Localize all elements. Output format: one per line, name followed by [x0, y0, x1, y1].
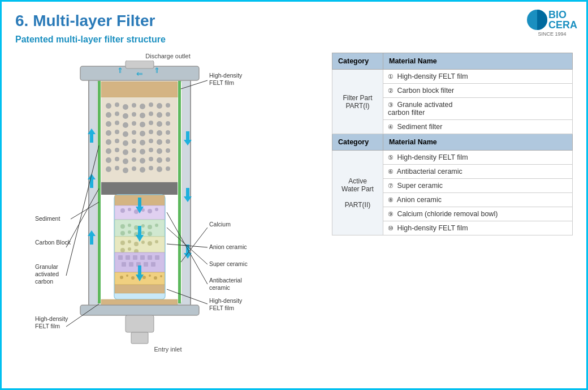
diagram-area: Discharge outlet ⇐ ⇑ ⇑	[15, 53, 321, 353]
svg-point-20	[115, 112, 119, 116]
page-container: BIO CERA SINCE 1994 6. Multi-layer Filte…	[2, 2, 586, 388]
svg-text:Sediment: Sediment	[35, 215, 60, 222]
svg-point-27	[106, 121, 111, 127]
svg-point-64	[149, 157, 153, 161]
svg-point-43	[106, 139, 111, 145]
svg-point-85	[128, 208, 131, 211]
logo-graphic: BIO CERA	[527, 10, 577, 30]
logo-cera: CERA	[548, 20, 577, 30]
svg-point-12	[115, 102, 119, 107]
svg-point-129	[142, 276, 146, 279]
part1-category-cell: Filter Part PART(I)	[332, 70, 383, 134]
svg-text:Carbon Block: Carbon Block	[35, 239, 71, 246]
svg-rect-133	[115, 285, 165, 293]
part2-item-6: ⑩ High-density FELT film	[383, 221, 573, 235]
svg-point-58	[166, 148, 170, 153]
table-area: Category Material Name Filter Part PART(…	[332, 53, 573, 235]
svg-text:Anion ceramic: Anion ceramic	[209, 243, 247, 250]
svg-point-39	[140, 131, 145, 136]
svg-rect-9	[101, 82, 178, 97]
logo: BIO CERA SINCE 1994	[527, 10, 577, 37]
svg-rect-119	[122, 262, 126, 267]
col-material-1: Material Name	[383, 53, 573, 70]
svg-text:ceramic: ceramic	[209, 284, 230, 291]
part2-category-cell: Active Water Part PART(II)	[332, 151, 383, 235]
svg-point-103	[120, 241, 125, 245]
filter-table: Category Material Name Filter Part PART(…	[332, 53, 573, 235]
svg-rect-137	[131, 332, 148, 344]
svg-point-56	[149, 148, 153, 152]
svg-rect-136	[126, 315, 154, 332]
col-category-2: Category	[332, 134, 383, 151]
svg-point-41	[157, 130, 162, 136]
svg-text:⇑: ⇑	[154, 66, 160, 75]
svg-text:carbon: carbon	[35, 278, 53, 285]
svg-rect-3	[126, 61, 154, 68]
svg-rect-135	[80, 305, 199, 315]
svg-point-66	[166, 157, 170, 162]
svg-point-37	[123, 131, 128, 137]
svg-point-125	[120, 276, 123, 279]
svg-point-71	[140, 167, 145, 173]
svg-point-30	[132, 121, 136, 126]
svg-point-36	[115, 130, 119, 134]
svg-point-98	[128, 230, 131, 234]
svg-text:High-density: High-density	[209, 72, 243, 79]
svg-point-72	[149, 166, 153, 170]
svg-point-105	[134, 242, 139, 246]
svg-point-53	[123, 149, 128, 155]
part1-name-4: Sediment filter	[397, 123, 442, 131]
svg-point-44	[115, 139, 119, 143]
col-material-2: Material Name	[383, 134, 573, 151]
part1-num-2: ②	[388, 87, 394, 95]
svg-point-52	[115, 148, 119, 152]
table-row: Filter Part PART(I) ① High-density FELT …	[332, 70, 573, 84]
svg-point-61	[123, 158, 128, 164]
svg-point-21	[123, 113, 128, 119]
part2-name-6: High-density FELT film	[397, 224, 468, 232]
svg-rect-122	[144, 262, 148, 267]
svg-point-74	[166, 166, 170, 171]
svg-text:⇑: ⇑	[117, 66, 123, 75]
part2-name-3: Super ceramic	[397, 182, 443, 190]
svg-point-17	[157, 103, 162, 109]
svg-point-69	[123, 168, 128, 173]
svg-text:FELT film: FELT film	[35, 323, 60, 329]
svg-rect-113	[118, 255, 123, 260]
page-title: 6. Multi-layer Filter	[15, 12, 573, 30]
part2-num-6: ⑩	[388, 225, 394, 232]
svg-point-59	[106, 157, 111, 163]
table-row: Active Water Part PART(II) ⑤ High-densit…	[332, 151, 573, 165]
svg-point-48	[149, 139, 153, 143]
table-header-row-2: Category Material Name	[332, 134, 573, 151]
part2-name-4: Anion ceramic	[397, 196, 442, 204]
table-header-row-1: Category Material Name	[332, 53, 573, 70]
svg-text:High-density: High-density	[209, 297, 243, 304]
svg-point-26	[166, 112, 170, 117]
logo-circle-icon	[527, 10, 547, 30]
svg-point-55	[140, 149, 145, 155]
svg-point-100	[141, 231, 145, 234]
part2-num-1: ⑤	[388, 154, 394, 161]
svg-point-38	[132, 130, 136, 135]
svg-point-40	[149, 130, 153, 134]
svg-point-97	[120, 231, 125, 235]
svg-text:FELT film: FELT film	[209, 305, 234, 311]
part1-item-4: ④ Sediment filter	[383, 120, 573, 134]
svg-point-33	[157, 121, 162, 127]
svg-text:⇐: ⇐	[136, 69, 143, 78]
svg-point-70	[132, 166, 136, 171]
svg-point-23	[140, 113, 145, 118]
svg-rect-115	[133, 255, 137, 260]
svg-point-109	[120, 248, 125, 252]
subtitle: Patented multi-layer filter structure	[15, 35, 573, 45]
part2-cat-line2: Water Part	[341, 185, 374, 193]
svg-text:FELT film: FELT film	[209, 79, 234, 86]
svg-rect-117	[148, 255, 152, 260]
svg-point-108	[155, 240, 158, 243]
svg-point-67	[106, 166, 111, 172]
svg-point-60	[115, 157, 119, 161]
part2-num-3: ⑦	[388, 182, 394, 190]
svg-text:activated: activated	[35, 271, 59, 277]
part2-item-1: ⑤ High-density FELT film	[383, 151, 573, 165]
